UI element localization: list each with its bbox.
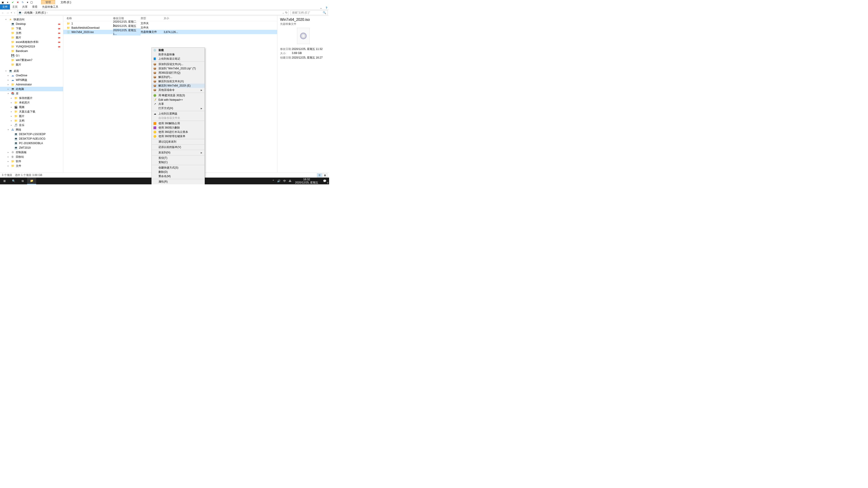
tree-item[interactable]: 📁YUNQISHI2019📌	[0, 44, 63, 49]
menu-item[interactable]: 通过QQ发送到	[152, 140, 205, 144]
menu-item[interactable]: 剪切(T)	[152, 156, 205, 160]
tree-item[interactable]: 📁Bandicam	[0, 49, 63, 53]
search-input[interactable]: 搜索"文档 (E:)" 🔍	[290, 10, 328, 15]
tree-item[interactable]: 💻PC-20190530OBLA	[0, 141, 63, 145]
nav-back-button[interactable]: ←	[1, 11, 4, 14]
menu-item[interactable]: 📦其他压缩命令▶	[152, 88, 205, 92]
tree-item[interactable]: ▸📁图片	[0, 114, 63, 119]
menu-item[interactable]: ☁上传到百度网盘	[152, 111, 205, 116]
view-icons-button[interactable]: ▦	[322, 173, 327, 177]
breadcrumb-item[interactable]: 此电脑	[24, 11, 33, 15]
tree-item[interactable]: 💻DESKTOP-LSSOEDP	[0, 132, 63, 136]
menu-item[interactable]: 删除(D)	[152, 170, 205, 174]
file-row[interactable]: 📁BaiduNetdiskDownload2020/12/25, 星期五 1..…	[63, 26, 277, 30]
tree-item[interactable]: ▸☁WPS网盘	[0, 78, 63, 82]
menu-item[interactable]: 🟧使用 360解除占用	[152, 121, 205, 126]
menu-item[interactable]: ↗共享	[152, 102, 205, 106]
tree-item[interactable]: ▾★快速访问	[0, 17, 63, 22]
tree-item[interactable]: ▸📁软件	[0, 159, 63, 164]
tree-item[interactable]: ▸⚙控制面板	[0, 150, 63, 155]
menu-item[interactable]: 💿装载	[152, 48, 205, 53]
menu-item[interactable]: 重命名(M)	[152, 174, 205, 178]
menu-item[interactable]: 🟪使用 360强力删除	[152, 126, 205, 130]
menu-item[interactable]: 📘上传到有道云笔记	[152, 57, 205, 61]
tree-item[interactable]: ▸🎵音乐	[0, 123, 63, 127]
tree-item[interactable]: ▸📁天翼云盘下载	[0, 109, 63, 114]
maximize-button[interactable]: ▢	[30, 1, 33, 4]
nav-up-button[interactable]: ↑	[14, 11, 16, 14]
tray-expand-icon[interactable]: ⌃	[272, 180, 274, 183]
nav-forward-button[interactable]: →	[6, 11, 9, 14]
ribbon-tab-home[interactable]: 主页	[10, 4, 20, 9]
menu-item[interactable]: 🟡使用 360管理右键菜单	[152, 134, 205, 138]
taskbar-clock[interactable]: 16:32 2020/12/25, 星期五	[293, 178, 320, 184]
column-size[interactable]: 大小	[164, 17, 182, 20]
tree-item[interactable]: 💻DESKTOP-NJEU3CG	[0, 136, 63, 141]
qat-sync-icon[interactable]: ↻	[21, 0, 24, 4]
menu-item[interactable]: 复制(C)	[152, 160, 205, 164]
volume-icon[interactable]: 🔊	[277, 180, 281, 183]
tree-item[interactable]: ▾📚库	[0, 91, 63, 96]
tree-item[interactable]: 📁excel表格制作求和📌	[0, 40, 63, 44]
tree-item[interactable]: ▸📁保存的图片	[0, 96, 63, 100]
tree-item[interactable]: 💾G:\	[0, 53, 63, 58]
tree-item[interactable]: ▾🖧网络	[0, 127, 63, 132]
menu-item[interactable]: 属性(R)	[152, 180, 205, 184]
refresh-icon[interactable]: ↻	[285, 11, 287, 14]
menu-item[interactable]: 📦解压到 Win7x64_2020\ (E)	[152, 84, 205, 88]
qat-more-icon[interactable]: ▾	[26, 0, 29, 4]
tree-item[interactable]: ▸📁文档	[0, 119, 63, 123]
qat-close-icon[interactable]: ✕	[16, 0, 20, 4]
menu-item[interactable]: 📦添加到压缩文件(A)...	[152, 62, 205, 66]
qat-down-icon[interactable]: ▾	[6, 0, 9, 4]
chevron-right-icon[interactable]: ›	[46, 11, 48, 14]
tree-item[interactable]: ▸🗑回收站	[0, 155, 63, 159]
tree-item[interactable]: ▸📁Administrator	[0, 82, 63, 87]
help-icon[interactable]: ?	[324, 6, 329, 9]
tree-item[interactable]: ▸🎬视频	[0, 105, 63, 109]
menu-item[interactable]: 📦添加到 "Win7x64_2020.zip" (T)	[152, 66, 205, 71]
qat-check-icon[interactable]: ✔	[11, 0, 14, 4]
tree-item[interactable]: 📁图片	[0, 62, 63, 67]
tree-item[interactable]: ▾💻桌面	[0, 69, 63, 73]
ribbon-tab-file[interactable]: 文件	[0, 4, 10, 9]
menu-item[interactable]: 🟢用 蜂蜜浏览器 浏览(3)	[152, 93, 205, 98]
tree-item[interactable]: ▸📁文件	[0, 164, 63, 168]
tree-item[interactable]: 📁图片📌	[0, 35, 63, 40]
menu-item[interactable]: 📦解压到当前文件夹(X)	[152, 79, 205, 84]
view-details-button[interactable]: ☰	[317, 173, 322, 177]
ribbon-expand-icon[interactable]: ⌄	[318, 6, 324, 9]
menu-item[interactable]: 打开方式(H)▶	[152, 106, 205, 110]
network-icon[interactable]: 🖧	[289, 180, 291, 183]
tree-item[interactable]: ▸💻此电脑	[0, 87, 63, 91]
search-button[interactable]: 🔍	[9, 177, 18, 184]
tree-item[interactable]: 💻Desktop📌	[0, 22, 63, 26]
menu-item[interactable]: 🟡使用 360进行木马云查杀	[152, 130, 205, 134]
nav-history-button[interactable]: ▾	[11, 11, 12, 14]
breadcrumb-item[interactable]: 文档 (E:)	[35, 11, 46, 15]
file-row[interactable]: 💿Win7x64_2020.iso2020/12/25, 星期五 1...光盘映…	[63, 30, 277, 34]
tree-item[interactable]: 💻ZMT2019	[0, 145, 63, 150]
menu-item[interactable]: 📦解压到(F)...	[152, 75, 205, 79]
menu-item[interactable]: 刻录光盘映像	[152, 53, 205, 57]
tree-item[interactable]: ▸📁本机照片	[0, 100, 63, 105]
tree-item[interactable]: 📁下载📌	[0, 26, 63, 31]
tree-item[interactable]: 📁文档📌	[0, 31, 63, 35]
chevron-right-icon[interactable]: ›	[23, 11, 24, 14]
start-button[interactable]: ⊞	[0, 177, 9, 184]
menu-item[interactable]: 还原以前的版本(V)	[152, 145, 205, 149]
action-center-button[interactable]: 💬3	[320, 177, 329, 184]
ribbon-tab-share[interactable]: 共享	[20, 4, 30, 9]
ribbon-tab-view[interactable]: 查看	[30, 4, 40, 9]
ime-icon[interactable]: 中	[283, 179, 286, 183]
search-icon[interactable]: 🔍	[323, 11, 326, 14]
column-name[interactable]: 名称	[63, 17, 113, 20]
column-type[interactable]: 类型	[141, 17, 164, 20]
file-row[interactable]: 📁12020/12/15, 星期二 1...文件夹	[63, 21, 277, 26]
chevron-right-icon[interactable]: ›	[33, 11, 34, 14]
explorer-task-button[interactable]: 📁	[27, 177, 36, 184]
tree-item[interactable]: 📁win7重装win7	[0, 58, 63, 62]
breadcrumb-dropdown-icon[interactable]: ⌄	[282, 11, 284, 14]
tree-item[interactable]: ▸☁OneDrive	[0, 73, 63, 78]
breadcrumb[interactable]: 💻 › 此电脑 › 文档 (E:) › ⌄ ↻	[17, 10, 289, 15]
